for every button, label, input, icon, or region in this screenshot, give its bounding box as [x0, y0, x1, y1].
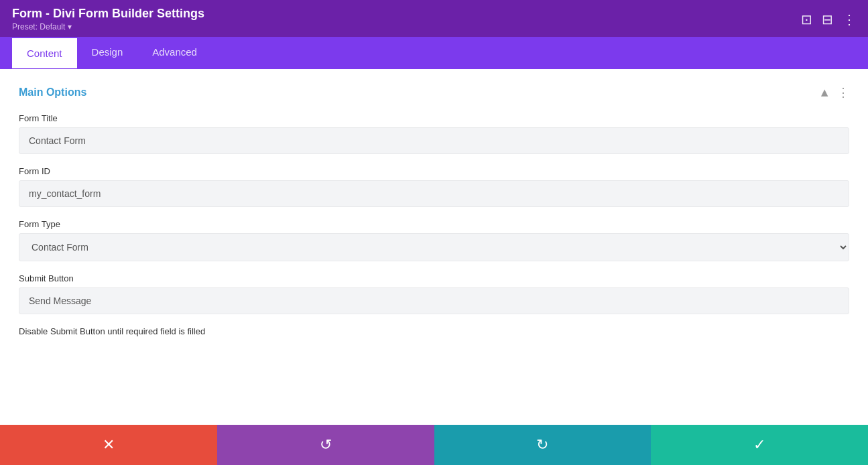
form-title-field: Form Title [19, 113, 849, 154]
save-button[interactable]: ✓ [651, 425, 868, 465]
section-title: Main Options [19, 86, 86, 98]
header-icons: ⊡ ⊟ ⋮ [801, 11, 856, 27]
cancel-button[interactable]: ✕ [0, 425, 217, 465]
form-title-label: Form Title [19, 113, 849, 123]
form-type-select[interactable]: Contact Form Subscribe Form Login Form [19, 233, 849, 261]
tab-design[interactable]: Design [77, 37, 138, 69]
submit-button-label: Submit Button [19, 273, 849, 283]
app-title: Form - Divi Form Builder Settings [12, 7, 204, 21]
bottom-bar: ✕ ↺ ↻ ✓ [0, 425, 868, 465]
tab-bar: Content Design Advanced [0, 37, 868, 69]
form-id-input[interactable] [19, 180, 849, 207]
form-type-field: Form Type Contact Form Subscribe Form Lo… [19, 219, 849, 261]
split-view-icon[interactable]: ⊟ [822, 11, 833, 27]
tab-content[interactable]: Content [12, 38, 77, 68]
section-controls: ▲ ⋮ [818, 85, 849, 100]
collapse-icon[interactable]: ▲ [818, 86, 830, 100]
tab-advanced[interactable]: Advanced [137, 37, 212, 69]
form-id-field: Form ID [19, 166, 849, 207]
section-more-icon[interactable]: ⋮ [837, 85, 849, 100]
disable-submit-label: Disable Submit Button until required fie… [19, 326, 849, 336]
redo-icon: ↻ [536, 436, 548, 454]
header-left: Form - Divi Form Builder Settings Preset… [12, 7, 204, 31]
more-options-icon[interactable]: ⋮ [843, 11, 856, 27]
submit-button-input[interactable] [19, 287, 849, 314]
undo-icon: ↺ [320, 436, 332, 454]
cancel-icon: ✕ [103, 436, 115, 454]
preset-selector[interactable]: Preset: Default ▾ [12, 22, 204, 31]
redo-button[interactable]: ↻ [434, 425, 652, 465]
main-content: Main Options ▲ ⋮ Form Title Form ID Form… [0, 69, 868, 427]
disable-submit-field: Disable Submit Button until required fie… [19, 326, 849, 336]
form-type-label: Form Type [19, 219, 849, 229]
form-id-label: Form ID [19, 166, 849, 176]
submit-button-field: Submit Button [19, 273, 849, 314]
section-header: Main Options ▲ ⋮ [19, 85, 849, 100]
form-title-input[interactable] [19, 127, 849, 154]
header: Form - Divi Form Builder Settings Preset… [0, 0, 868, 37]
expand-icon[interactable]: ⊡ [801, 11, 812, 27]
undo-button[interactable]: ↺ [217, 425, 434, 465]
save-icon: ✓ [753, 436, 765, 454]
